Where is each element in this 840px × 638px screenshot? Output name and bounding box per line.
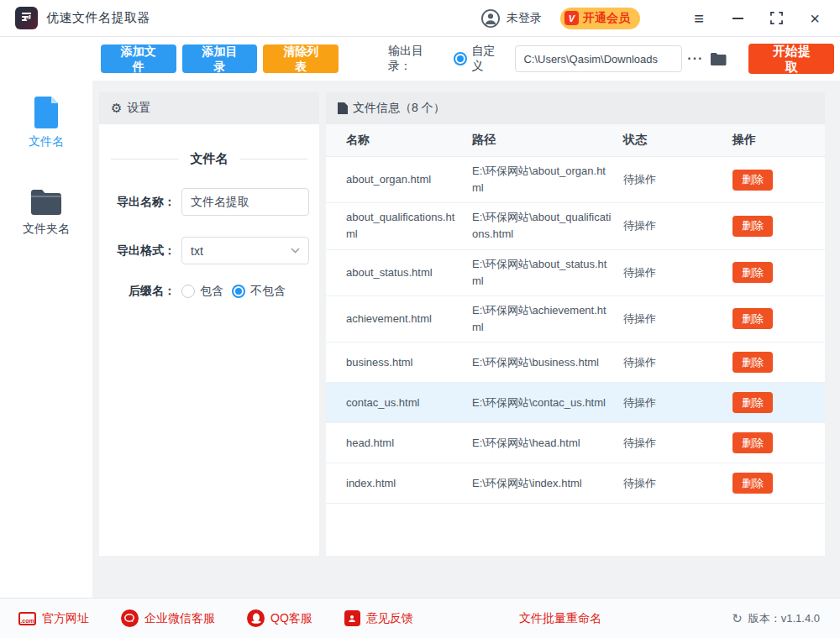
delete-button[interactable]: 删除	[732, 170, 773, 191]
row-path: E:\环保网站\head.html	[472, 429, 623, 458]
table-row[interactable]: achievement.html E:\环保网站\achievement.htm…	[326, 296, 825, 343]
minimize-icon	[732, 18, 743, 19]
table-column-headers: 名称 路径 状态 操作	[326, 124, 825, 157]
gear-icon: ⚙	[111, 101, 122, 116]
table-row[interactable]: about_status.html E:\环保网站\about_status.h…	[326, 250, 825, 296]
export-format-label: 导出格式：	[111, 243, 176, 259]
open-vip-button[interactable]: V 开通会员	[560, 8, 640, 29]
version-text: 版本：v1.1.4.0	[748, 611, 820, 626]
vip-icon: V	[564, 11, 579, 25]
table-row[interactable]: contac_us.html E:\环保网站\contac_us.html 待操…	[326, 383, 825, 423]
feedback-icon	[344, 610, 360, 626]
qq-service-link[interactable]: QQ客服	[247, 609, 312, 627]
row-name: about_status.html	[346, 259, 472, 287]
row-status: 待操作	[623, 165, 732, 194]
add-file-button[interactable]: 添加文件	[101, 44, 176, 73]
maximize-button[interactable]	[766, 8, 786, 29]
avatar-icon[interactable]	[481, 9, 500, 28]
titlebar: 优速文件名提取器 未登录 V 开通会员 ≡ ×	[0, 0, 840, 37]
custom-output-radio[interactable]	[454, 52, 467, 65]
suffix-label: 后缀名：	[111, 284, 176, 299]
sidebar-item-foldername[interactable]: 文件夹名	[0, 188, 92, 237]
delete-button[interactable]: 删除	[732, 392, 773, 413]
clear-list-button[interactable]: 清除列表	[263, 44, 339, 73]
row-status: 待操作	[623, 389, 732, 417]
suffix-exclude-label[interactable]: 不包含	[250, 284, 286, 299]
feedback-link[interactable]: 意见反馈	[344, 610, 413, 626]
output-dir-label: 输出目录：	[388, 44, 447, 74]
row-name: index.html	[346, 469, 472, 498]
table-row[interactable]: business.html E:\环保网站\business.html 待操作 …	[326, 343, 825, 383]
suffix-include-label[interactable]: 包含	[200, 284, 223, 299]
file-info-header: 文件信息（8 个）	[326, 92, 825, 124]
row-path: E:\环保网站\about_status.html	[472, 250, 623, 295]
app-title: 优速文件名提取器	[46, 10, 150, 26]
refresh-icon[interactable]: ↻	[732, 611, 743, 626]
col-path: 路径	[472, 133, 623, 148]
start-extract-button[interactable]: 开始提取	[748, 44, 834, 74]
delete-button[interactable]: 删除	[732, 432, 773, 453]
website-icon: .com	[18, 612, 36, 625]
add-directory-button[interactable]: 添加目录	[182, 44, 258, 73]
row-path: E:\环保网站\about_qualifications.html	[472, 203, 623, 248]
export-format-row: 导出格式： txt	[99, 237, 319, 264]
output-path-input[interactable]	[515, 45, 682, 72]
menu-button[interactable]: ≡	[689, 8, 709, 29]
delete-button[interactable]: 删除	[732, 352, 773, 373]
batch-rename-link[interactable]: 文件批量重命名	[519, 611, 601, 626]
custom-output-label[interactable]: 自定义	[472, 44, 507, 74]
hamburger-icon: ≡	[694, 10, 704, 27]
suffix-exclude-radio[interactable]	[232, 285, 245, 298]
row-status: 待操作	[623, 469, 732, 498]
close-icon: ×	[810, 10, 820, 27]
settings-header: ⚙ 设置	[99, 92, 319, 124]
wechat-service-link[interactable]: 企业微信客服	[121, 609, 215, 627]
maximize-icon	[770, 12, 783, 24]
folder-dark-icon	[29, 188, 63, 217]
row-path: E:\环保网站\business.html	[472, 348, 623, 377]
col-action: 操作	[732, 133, 825, 148]
app-logo-icon	[15, 7, 38, 29]
table-row[interactable]: index.html E:\环保网站\index.html 待操作 删除	[326, 463, 825, 504]
row-name: achievement.html	[346, 305, 472, 333]
login-status[interactable]: 未登录	[507, 11, 542, 26]
qq-icon	[247, 609, 265, 627]
settings-panel: ⚙ 设置 文件名 导出名称： 导出格式： txt 后缀名： 包含 不包含	[99, 92, 319, 556]
footer: .com 官方网址 企业微信客服 QQ客服 意见反馈 文件批量重命名 ↻ 版本：…	[0, 598, 840, 638]
section-title: 文件名	[111, 151, 307, 167]
suffix-include-radio[interactable]	[181, 285, 195, 298]
row-path: E:\环保网站\achievement.html	[472, 296, 623, 342]
table-row[interactable]: about_organ.html E:\环保网站\about_organ.htm…	[326, 157, 825, 203]
delete-button[interactable]: 删除	[732, 216, 773, 237]
official-site-link[interactable]: .com 官方网址	[18, 611, 89, 626]
table-row[interactable]: about_qualifications.html E:\环保网站\about_…	[326, 203, 825, 249]
export-format-select[interactable]: txt	[181, 237, 309, 264]
row-name: contac_us.html	[346, 389, 472, 417]
delete-button[interactable]: 删除	[732, 262, 773, 283]
export-name-input[interactable]	[181, 188, 309, 216]
sidebar: 文件名 文件夹名	[0, 37, 92, 598]
table-row[interactable]: head.html E:\环保网站\head.html 待操作 删除	[326, 423, 825, 463]
suffix-row: 后缀名： 包含 不包含	[99, 284, 319, 299]
folder-icon	[710, 52, 727, 66]
row-status: 待操作	[623, 429, 732, 458]
col-name: 名称	[346, 133, 472, 148]
row-path: E:\环保网站\index.html	[472, 469, 623, 498]
browse-more-button[interactable]: ···	[687, 51, 703, 66]
export-name-label: 导出名称：	[111, 195, 176, 210]
minimize-button[interactable]	[727, 8, 748, 29]
sidebar-item-filename[interactable]: 文件名	[0, 96, 92, 149]
file-icon	[31, 96, 61, 129]
app-window: 优速文件名提取器 未登录 V 开通会员 ≡ × 添加文件 添加目录 清除列表 输…	[0, 0, 840, 638]
open-folder-button[interactable]	[710, 52, 727, 66]
row-name: about_qualifications.html	[346, 203, 472, 248]
chevron-down-icon	[291, 248, 300, 254]
delete-button[interactable]: 删除	[732, 473, 773, 494]
row-path: E:\环保网站\contac_us.html	[472, 389, 623, 417]
document-icon	[338, 102, 348, 114]
row-name: business.html	[346, 348, 472, 377]
delete-button[interactable]: 删除	[732, 308, 773, 329]
wechat-icon	[121, 609, 139, 627]
row-status: 待操作	[623, 259, 732, 287]
close-button[interactable]: ×	[805, 8, 825, 29]
